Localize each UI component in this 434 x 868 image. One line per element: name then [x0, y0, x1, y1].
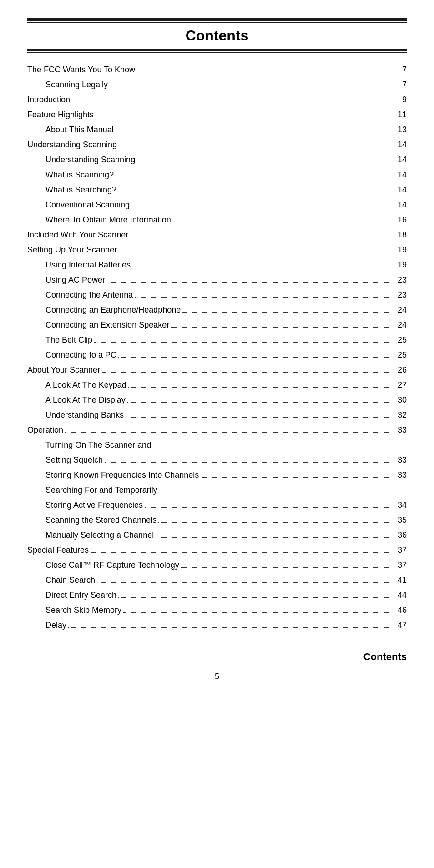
toc-item-connecting-antenna: Connecting the Antenna23 — [27, 288, 407, 303]
toc-title-operation: Operation — [27, 424, 63, 436]
toc-dots-setting-up — [119, 252, 392, 252]
toc-page-included-with: 18 — [394, 229, 407, 241]
toc-title-chain-search: Chain Search — [45, 574, 95, 586]
toc-item-understanding-scanning-header: Understanding Scanning14 — [27, 137, 407, 152]
toc-page-feature-highlights: 11 — [394, 109, 407, 121]
toc-item-about-your-scanner: About Your Scanner26 — [27, 363, 407, 378]
toc-title-connecting-pc: Connecting to a PC — [45, 349, 116, 361]
toc-page-conventional-scanning: 14 — [394, 199, 407, 211]
toc-item-what-is-scanning: What is Scanning?14 — [27, 167, 407, 182]
toc-title-what-is-scanning: What is Scanning? — [45, 169, 114, 181]
toc-item-connecting-earphone: Connecting an Earphone/Headphone24 — [27, 303, 407, 318]
toc-dots-what-is-scanning — [116, 177, 392, 177]
toc-item-where-to-obtain: Where To Obtain More Information16 — [27, 212, 407, 227]
toc-item-turning-on-line1: Turning On The Scanner and — [27, 438, 407, 453]
toc-item-included-with: Included With Your Scanner18 — [27, 227, 407, 242]
toc-dots-connecting-antenna — [135, 297, 392, 298]
toc-dots-storing-known — [201, 477, 392, 478]
page-title: Contents — [27, 23, 407, 49]
toc-title-special-features: Special Features — [27, 544, 89, 556]
toc-item-about-manual: About This Manual13 — [27, 122, 407, 137]
toc-item-direct-entry-search: Direct Entry Search44 — [27, 588, 407, 603]
toc-item-understanding-scanning: Understanding Scanning14 — [27, 152, 407, 167]
toc-dots-operation — [65, 432, 392, 433]
toc-item-setting-squelch: Setting Squelch33 — [27, 453, 407, 468]
toc-item-scanning-stored: Scanning the Stored Channels35 — [27, 513, 407, 528]
toc-title-using-ac-power: Using AC Power — [45, 274, 105, 286]
toc-page-delay: 47 — [394, 619, 407, 631]
toc-title-setting-up: Setting Up Your Scanner — [27, 244, 117, 256]
toc-item-search-skip-memory: Search Skip Memory46 — [27, 603, 407, 618]
toc-title-setting-squelch: Setting Squelch — [45, 454, 103, 466]
toc-title-belt-clip: The Belt Clip — [45, 334, 92, 346]
toc-title-conventional-scanning: Conventional Scanning — [45, 199, 130, 211]
toc-page-close-call: 37 — [394, 559, 407, 571]
toc-dots-understanding-scanning — [137, 162, 392, 162]
toc-page-connecting-pc: 25 — [394, 349, 407, 361]
toc-item-searching-for-line1: Searching For and Temporarily — [27, 483, 407, 498]
toc-dots-fcc — [137, 72, 392, 72]
toc-title-storing-active: Storing Active Frequencies — [45, 499, 143, 511]
toc-title-close-call: Close Call™ RF Capture Technology — [45, 559, 179, 571]
toc-dots-search-skip-memory — [123, 612, 392, 613]
toc-item-storing-known: Storing Known Frequencies Into Channels3… — [27, 468, 407, 483]
toc-page-manually-selecting: 36 — [394, 529, 407, 541]
toc-dots-storing-active — [145, 507, 392, 508]
toc-title-understanding-scanning-header: Understanding Scanning — [27, 139, 117, 151]
toc-item-look-at-display: A Look At The Display30 — [27, 393, 407, 408]
toc-page-operation: 33 — [394, 424, 407, 436]
toc-dots-connecting-earphone — [182, 312, 392, 313]
toc-dots-scanning-stored — [158, 522, 392, 523]
toc-dots-feature-highlights — [96, 117, 392, 117]
toc-page-what-is-scanning: 14 — [394, 169, 407, 181]
toc-page-storing-active: 34 — [394, 499, 407, 511]
footer-page-number: 5 — [27, 672, 407, 681]
toc-title-look-at-display: A Look At The Display — [45, 394, 126, 406]
toc-dots-manually-selecting — [156, 537, 392, 538]
toc-dots-using-ac-power — [107, 282, 392, 283]
toc-item-conventional-scanning: Conventional Scanning14 — [27, 197, 407, 212]
toc-dots-belt-clip — [94, 342, 392, 343]
toc-page-understanding-banks: 32 — [394, 409, 407, 421]
toc-dots-direct-entry-search — [118, 597, 392, 598]
toc-item-belt-clip: The Belt Clip25 — [27, 333, 407, 348]
toc-page-special-features: 37 — [394, 544, 407, 556]
toc-title-about-manual: About This Manual — [45, 124, 114, 136]
toc-page-connecting-extension-speaker: 24 — [394, 319, 407, 331]
toc-page-look-at-keypad: 27 — [394, 379, 407, 391]
bottom-border-thin — [27, 52, 407, 53]
toc-title-feature-highlights: Feature Highlights — [27, 109, 94, 121]
toc-dots-where-to-obtain — [173, 222, 392, 222]
toc-title-introduction: Introduction — [27, 94, 70, 106]
toc-page-connecting-earphone: 24 — [394, 304, 407, 316]
toc-dots-about-your-scanner — [102, 372, 392, 373]
toc-item-feature-highlights: Feature Highlights11 — [27, 107, 407, 122]
toc-title-understanding-banks: Understanding Banks — [45, 409, 124, 421]
toc-page-fcc: 7 — [394, 64, 407, 76]
toc-container: The FCC Wants You To Know7Scanning Legal… — [27, 62, 407, 633]
toc-page-about-manual: 13 — [394, 124, 407, 136]
toc-title-about-your-scanner: About Your Scanner — [27, 364, 100, 376]
toc-item-using-ac-power: Using AC Power23 — [27, 273, 407, 288]
footer-section: Contents 5 — [27, 651, 407, 681]
toc-item-chain-search: Chain Search41 — [27, 573, 407, 588]
toc-title-connecting-earphone: Connecting an Earphone/Headphone — [45, 304, 181, 316]
toc-item-understanding-banks: Understanding Banks32 — [27, 408, 407, 423]
toc-title-connecting-extension-speaker: Connecting an Extension Speaker — [45, 319, 169, 331]
toc-title-delay: Delay — [45, 619, 66, 631]
toc-dots-included-with — [130, 237, 392, 237]
toc-title-where-to-obtain: Where To Obtain More Information — [45, 214, 171, 226]
toc-title-searching-for-line1: Searching For and Temporarily — [45, 484, 157, 496]
toc-item-delay: Delay47 — [27, 618, 407, 633]
toc-page-scanning-legally: 7 — [394, 79, 407, 91]
toc-title-direct-entry-search: Direct Entry Search — [45, 589, 116, 601]
toc-title-fcc: The FCC Wants You To Know — [27, 64, 135, 76]
toc-title-connecting-antenna: Connecting the Antenna — [45, 289, 133, 301]
toc-dots-connecting-pc — [118, 357, 392, 358]
toc-page-setting-squelch: 33 — [394, 454, 407, 466]
toc-title-storing-known: Storing Known Frequencies Into Channels — [45, 469, 199, 481]
toc-dots-setting-squelch — [105, 462, 392, 463]
toc-dots-understanding-scanning-header — [119, 147, 392, 147]
toc-item-introduction: Introduction9 — [27, 92, 407, 107]
toc-page-direct-entry-search: 44 — [394, 589, 407, 601]
